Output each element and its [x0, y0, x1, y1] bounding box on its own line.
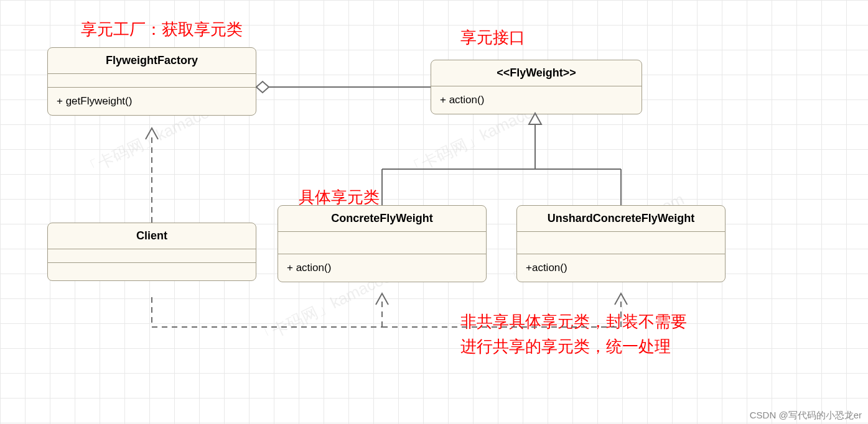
label-unshared-2: 进行共享的享元类，统一处理 — [460, 336, 671, 357]
class-methods — [48, 263, 256, 280]
class-flyweight-interface: <<FlyWeight>> + action() — [431, 60, 642, 114]
class-methods: + action() — [278, 254, 486, 282]
label-interface: 享元接口 — [460, 27, 525, 48]
class-title: Client — [48, 223, 256, 249]
class-title: UnshardConcreteFlyWeight — [517, 206, 725, 232]
class-client: Client — [47, 223, 256, 281]
class-attributes — [48, 249, 256, 263]
class-flyweight-factory: FlyweightFactory + getFlyweight() — [47, 47, 256, 116]
class-methods: + action() — [431, 86, 642, 114]
class-concrete-flyweight: ConcreteFlyWeight + action() — [278, 205, 487, 282]
class-attributes — [517, 232, 725, 254]
class-attributes — [48, 74, 256, 88]
label-factory: 享元工厂：获取享元类 — [81, 19, 243, 40]
class-methods: +action() — [517, 254, 725, 282]
class-unshared-concrete-flyweight: UnshardConcreteFlyWeight +action() — [516, 205, 726, 282]
class-title: <<FlyWeight>> — [431, 60, 642, 86]
class-title: FlyweightFactory — [48, 48, 256, 74]
class-title: ConcreteFlyWeight — [278, 206, 486, 232]
class-attributes — [278, 232, 486, 254]
attribution: CSDN @写代码的小恐龙er — [750, 410, 862, 422]
label-unshared-1: 非共享具体享元类，封装不需要 — [460, 311, 687, 333]
class-methods: + getFlyweight() — [48, 88, 256, 115]
